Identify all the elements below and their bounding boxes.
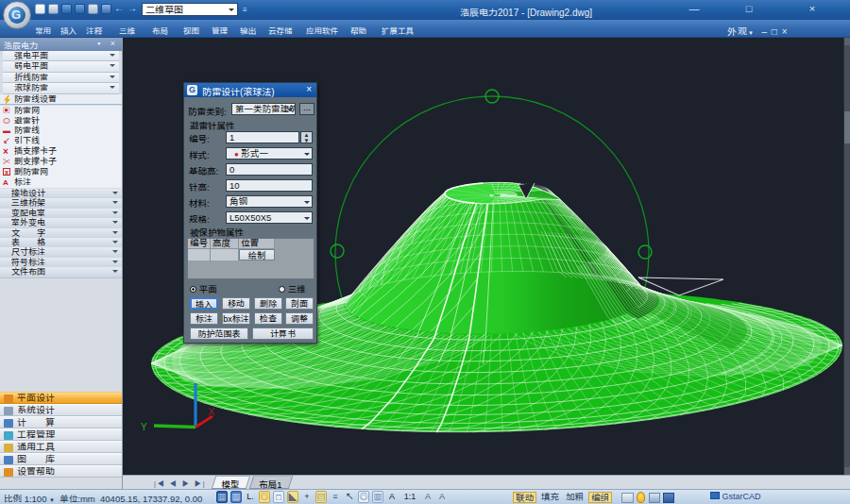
svg-text:X: X <box>208 406 215 417</box>
svg-text:Y: Y <box>141 422 147 432</box>
